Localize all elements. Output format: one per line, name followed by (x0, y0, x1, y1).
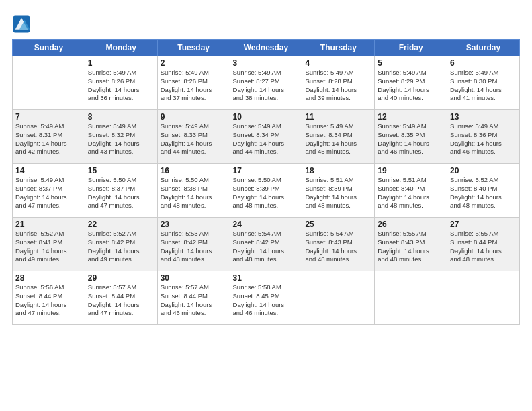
day-info: Sunrise: 5:49 AMSunset: 8:30 PMDaylight:… (450, 68, 517, 103)
calendar-day-cell: 8Sunrise: 5:49 AMSunset: 8:32 PMDaylight… (85, 110, 157, 164)
day-number: 24 (233, 220, 300, 229)
calendar-day-cell: 20Sunrise: 5:52 AMSunset: 8:40 PMDayligh… (447, 164, 520, 218)
day-number: 16 (161, 166, 227, 175)
day-number: 11 (305, 112, 371, 122)
day-number: 23 (161, 220, 227, 229)
day-info: Sunrise: 5:50 AMSunset: 8:38 PMDaylight:… (161, 176, 227, 210)
day-info: Sunrise: 5:51 AMSunset: 8:40 PMDaylight:… (378, 176, 444, 210)
day-info: Sunrise: 5:49 AMSunset: 8:37 PMDaylight:… (15, 176, 82, 210)
day-number: 18 (305, 166, 371, 175)
day-info: Sunrise: 5:55 AMSunset: 8:44 PMDaylight:… (450, 230, 517, 264)
calendar-day-cell: 22Sunrise: 5:52 AMSunset: 8:42 PMDayligh… (85, 218, 157, 271)
day-number: 12 (378, 112, 444, 122)
day-number: 5 (378, 58, 444, 68)
day-number: 8 (88, 112, 154, 122)
day-number: 3 (233, 58, 300, 68)
day-info: Sunrise: 5:52 AMSunset: 8:42 PMDaylight:… (88, 230, 154, 264)
calendar-day-cell: 25Sunrise: 5:54 AMSunset: 8:43 PMDayligh… (302, 218, 375, 271)
calendar-day-cell: 18Sunrise: 5:51 AMSunset: 8:39 PMDayligh… (302, 164, 375, 218)
day-info: Sunrise: 5:49 AMSunset: 8:35 PMDaylight:… (378, 122, 444, 156)
day-number: 27 (450, 220, 517, 229)
day-info: Sunrise: 5:49 AMSunset: 8:33 PMDaylight:… (161, 122, 227, 156)
calendar-day-cell: 24Sunrise: 5:54 AMSunset: 8:42 PMDayligh… (230, 218, 302, 271)
day-info: Sunrise: 5:50 AMSunset: 8:39 PMDaylight:… (233, 176, 300, 210)
calendar-day-cell: 9Sunrise: 5:49 AMSunset: 8:33 PMDaylight… (157, 110, 230, 164)
weekday-header-row: SundayMondayTuesdayWednesdayThursdayFrid… (13, 40, 520, 56)
day-info: Sunrise: 5:57 AMSunset: 8:44 PMDaylight:… (88, 283, 154, 318)
day-number: 4 (305, 58, 371, 68)
calendar-day-cell: 15Sunrise: 5:50 AMSunset: 8:37 PMDayligh… (85, 164, 157, 218)
day-number: 28 (15, 273, 82, 283)
logo (12, 15, 34, 34)
day-number: 17 (233, 166, 300, 175)
day-info: Sunrise: 5:54 AMSunset: 8:43 PMDaylight:… (305, 230, 371, 264)
weekday-header-cell: Wednesday (230, 40, 302, 56)
calendar-day-cell: 21Sunrise: 5:52 AMSunset: 8:41 PMDayligh… (13, 218, 85, 271)
day-number: 13 (450, 112, 517, 122)
day-info: Sunrise: 5:58 AMSunset: 8:45 PMDaylight:… (233, 283, 300, 318)
weekday-header-cell: Saturday (447, 40, 520, 56)
day-number: 25 (305, 220, 371, 229)
day-info: Sunrise: 5:52 AMSunset: 8:41 PMDaylight:… (15, 230, 82, 264)
day-number: 7 (15, 112, 82, 122)
calendar-day-cell: 31Sunrise: 5:58 AMSunset: 8:45 PMDayligh… (230, 271, 302, 325)
calendar-day-cell: 12Sunrise: 5:49 AMSunset: 8:35 PMDayligh… (375, 110, 447, 164)
day-number: 20 (450, 166, 517, 175)
calendar-week-row: 7Sunrise: 5:49 AMSunset: 8:31 PMDaylight… (13, 110, 520, 164)
day-info: Sunrise: 5:51 AMSunset: 8:39 PMDaylight:… (305, 176, 371, 210)
calendar-day-cell: 30Sunrise: 5:57 AMSunset: 8:44 PMDayligh… (157, 271, 230, 325)
day-number: 30 (161, 273, 227, 283)
weekday-header-cell: Thursday (302, 40, 375, 56)
day-info: Sunrise: 5:57 AMSunset: 8:44 PMDaylight:… (161, 283, 227, 318)
day-info: Sunrise: 5:49 AMSunset: 8:27 PMDaylight:… (233, 68, 300, 103)
day-info: Sunrise: 5:49 AMSunset: 8:34 PMDaylight:… (233, 122, 300, 156)
day-info: Sunrise: 5:49 AMSunset: 8:32 PMDaylight:… (88, 122, 154, 156)
calendar-day-cell: 5Sunrise: 5:49 AMSunset: 8:29 PMDaylight… (375, 56, 447, 110)
day-number: 29 (88, 273, 154, 283)
day-number: 19 (378, 166, 444, 175)
calendar-day-cell: 1Sunrise: 5:49 AMSunset: 8:26 PMDaylight… (85, 56, 157, 110)
calendar-week-row: 28Sunrise: 5:56 AMSunset: 8:44 PMDayligh… (13, 271, 520, 325)
calendar-day-cell: 17Sunrise: 5:50 AMSunset: 8:39 PMDayligh… (230, 164, 302, 218)
calendar-week-row: 14Sunrise: 5:49 AMSunset: 8:37 PMDayligh… (13, 164, 520, 218)
day-number: 31 (233, 273, 300, 283)
logo-icon (12, 15, 31, 34)
weekday-header-cell: Tuesday (157, 40, 230, 56)
calendar-day-cell: 2Sunrise: 5:49 AMSunset: 8:26 PMDaylight… (157, 56, 230, 110)
calendar-week-row: 21Sunrise: 5:52 AMSunset: 8:41 PMDayligh… (13, 218, 520, 271)
calendar-empty-cell (13, 56, 85, 110)
calendar-day-cell: 7Sunrise: 5:49 AMSunset: 8:31 PMDaylight… (13, 110, 85, 164)
day-info: Sunrise: 5:50 AMSunset: 8:37 PMDaylight:… (88, 176, 154, 210)
calendar-day-cell: 11Sunrise: 5:49 AMSunset: 8:34 PMDayligh… (302, 110, 375, 164)
calendar-empty-cell (302, 271, 375, 325)
calendar-empty-cell (375, 271, 447, 325)
calendar-day-cell: 3Sunrise: 5:49 AMSunset: 8:27 PMDaylight… (230, 56, 302, 110)
calendar-day-cell: 29Sunrise: 5:57 AMSunset: 8:44 PMDayligh… (85, 271, 157, 325)
day-number: 21 (15, 220, 82, 229)
day-number: 10 (233, 112, 300, 122)
header (12, 12, 520, 34)
day-number: 22 (88, 220, 154, 229)
page: SundayMondayTuesdayWednesdayThursdayFrid… (0, 0, 532, 411)
calendar-day-cell: 28Sunrise: 5:56 AMSunset: 8:44 PMDayligh… (13, 271, 85, 325)
day-info: Sunrise: 5:49 AMSunset: 8:29 PMDaylight:… (378, 68, 444, 103)
day-info: Sunrise: 5:53 AMSunset: 8:42 PMDaylight:… (161, 230, 227, 264)
calendar-day-cell: 16Sunrise: 5:50 AMSunset: 8:38 PMDayligh… (157, 164, 230, 218)
weekday-header-cell: Monday (85, 40, 157, 56)
day-number: 9 (161, 112, 227, 122)
day-info: Sunrise: 5:49 AMSunset: 8:28 PMDaylight:… (305, 68, 371, 103)
weekday-header-cell: Sunday (13, 40, 85, 56)
calendar-day-cell: 26Sunrise: 5:55 AMSunset: 8:43 PMDayligh… (375, 218, 447, 271)
day-info: Sunrise: 5:55 AMSunset: 8:43 PMDaylight:… (378, 230, 444, 264)
calendar-day-cell: 27Sunrise: 5:55 AMSunset: 8:44 PMDayligh… (447, 218, 520, 271)
calendar-day-cell: 23Sunrise: 5:53 AMSunset: 8:42 PMDayligh… (157, 218, 230, 271)
calendar-table: SundayMondayTuesdayWednesdayThursdayFrid… (12, 39, 520, 325)
day-info: Sunrise: 5:52 AMSunset: 8:40 PMDaylight:… (450, 176, 517, 210)
day-number: 26 (378, 220, 444, 229)
calendar-day-cell: 14Sunrise: 5:49 AMSunset: 8:37 PMDayligh… (13, 164, 85, 218)
day-info: Sunrise: 5:56 AMSunset: 8:44 PMDaylight:… (15, 283, 82, 318)
day-info: Sunrise: 5:49 AMSunset: 8:34 PMDaylight:… (305, 122, 371, 156)
day-number: 6 (450, 58, 517, 68)
day-info: Sunrise: 5:49 AMSunset: 8:31 PMDaylight:… (15, 122, 82, 156)
calendar-day-cell: 19Sunrise: 5:51 AMSunset: 8:40 PMDayligh… (375, 164, 447, 218)
